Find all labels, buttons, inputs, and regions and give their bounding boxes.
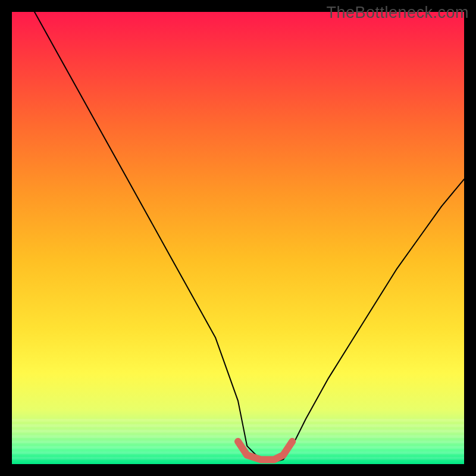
chart-svg: [12, 12, 464, 464]
svg-rect-2: [12, 430, 464, 433]
svg-rect-1: [12, 424, 464, 427]
chart-container: TheBottleneck.com: [0, 0, 476, 476]
svg-rect-3: [12, 435, 464, 438]
watermark-text: TheBottleneck.com: [326, 4, 469, 22]
plot-area: [12, 12, 464, 464]
svg-rect-7: [12, 457, 464, 460]
gradient-background: [12, 12, 464, 464]
svg-rect-6: [12, 452, 464, 455]
svg-rect-0: [12, 419, 464, 422]
